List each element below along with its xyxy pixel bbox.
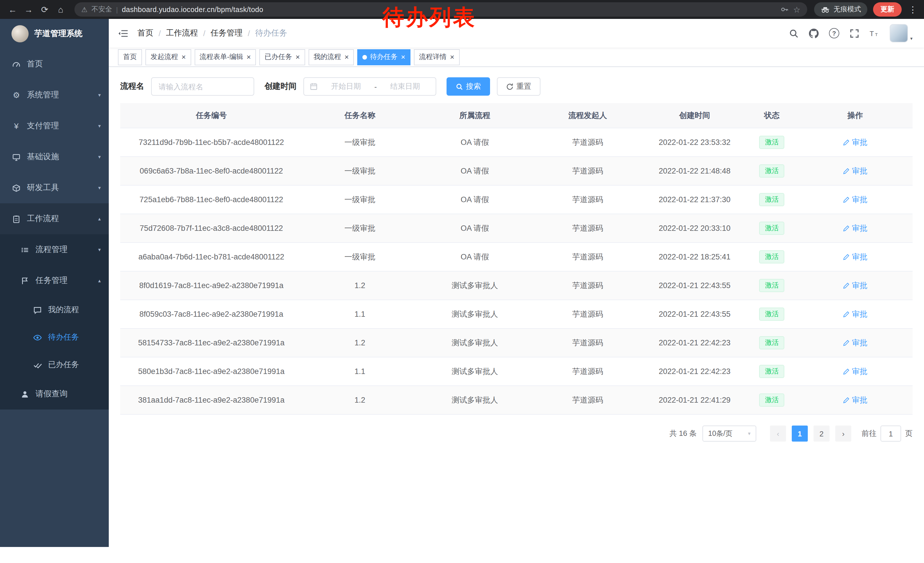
approve-link[interactable]: 审批 — [843, 252, 867, 262]
sidebar-item-todo-task[interactable]: 待办任务 — [0, 324, 109, 351]
page-size-select[interactable]: 10条/页 ▾ — [702, 426, 756, 441]
search-icon[interactable] — [789, 29, 799, 38]
approve-link[interactable]: 审批 — [843, 194, 867, 205]
tab-label: 流程详情 — [419, 52, 447, 62]
cell-initiator: 芋道源码 — [532, 271, 643, 300]
approve-link[interactable]: 审批 — [843, 166, 867, 176]
breadcrumb-task-mgmt[interactable]: 任务管理 — [211, 28, 243, 38]
sidebar-item-payment[interactable]: ¥ 支付管理 ▾ — [0, 111, 109, 141]
sidebar-item-label: 待办任务 — [48, 332, 79, 342]
close-icon[interactable]: × — [344, 53, 349, 61]
github-icon[interactable] — [809, 29, 819, 38]
close-icon[interactable]: × — [246, 53, 251, 61]
reset-button[interactable]: 重置 — [497, 77, 540, 96]
sidebar-item-infrastructure[interactable]: 基础设施 ▾ — [0, 141, 109, 173]
forward-icon[interactable]: → — [22, 3, 36, 17]
breadcrumb-home[interactable]: 首页 — [137, 28, 153, 38]
approve-link[interactable]: 审批 — [843, 309, 867, 319]
tab[interactable]: 首页 × — [118, 49, 142, 65]
avatar-image — [890, 24, 908, 42]
sidebar-item-home[interactable]: 首页 — [0, 49, 109, 80]
task-table-wrap: 任务编号 任务名称 所属流程 流程发起人 创建时间 状态 操作 73211d9d… — [109, 103, 924, 415]
breadcrumb-workflow[interactable]: 工作流程 — [166, 28, 198, 38]
tab[interactable]: 已办任务 × — [260, 49, 305, 65]
cell-process: OA 请假 — [417, 243, 532, 271]
sidebar-item-leave-query[interactable]: 请假查询 — [0, 378, 109, 410]
prev-page-button[interactable]: ‹ — [770, 426, 786, 441]
sidebar-item-label: 首页 — [27, 59, 43, 69]
update-button[interactable]: 更新 — [873, 2, 902, 17]
status-badge: 激活 — [759, 279, 784, 292]
page-button-1[interactable]: 1 — [792, 426, 808, 441]
sidebar-item-label: 系统管理 — [27, 90, 59, 100]
sidebar-collapse-icon[interactable] — [118, 29, 128, 38]
close-icon[interactable]: × — [400, 53, 405, 61]
close-icon[interactable]: × — [295, 53, 300, 61]
page-button-2[interactable]: 2 — [813, 426, 830, 441]
address-bar[interactable]: ⚠ 不安全 | dashboard.yudao.iocoder.cn/bpm/t… — [74, 2, 807, 17]
home-icon[interactable]: ⌂ — [54, 3, 68, 17]
help-icon[interactable]: ? — [829, 28, 839, 38]
sidebar-item-label: 工作流程 — [27, 214, 59, 224]
task-table: 任务编号 任务名称 所属流程 流程发起人 创建时间 状态 操作 73211d9d… — [120, 103, 912, 415]
cell-status: 激活 — [746, 128, 798, 157]
tab[interactable]: 发起流程 × — [146, 49, 191, 65]
cell-initiator: 芋道源码 — [532, 214, 643, 243]
font-size-icon[interactable]: TT — [870, 29, 879, 38]
approve-link[interactable]: 审批 — [843, 280, 867, 291]
cell-process: 测试多审批人 — [417, 357, 532, 386]
fullscreen-icon[interactable] — [850, 29, 859, 38]
close-icon[interactable]: × — [181, 53, 186, 61]
cell-created-time: 2022-01-21 22:42:23 — [643, 329, 746, 357]
clipboard-icon — [12, 215, 21, 223]
tab[interactable]: 流程表单-编辑 × — [194, 49, 256, 65]
cell-task-id: a6aba0a4-7b6d-11ec-b781-acde48001122 — [120, 243, 303, 271]
tab[interactable]: 我的流程 × — [309, 49, 354, 65]
status-badge: 激活 — [759, 393, 784, 407]
process-name-input[interactable] — [151, 77, 254, 96]
yen-icon: ¥ — [12, 122, 21, 130]
sidebar-item-process-mgmt[interactable]: 流程管理 ▾ — [0, 234, 109, 265]
breadcrumb-separator: / — [248, 29, 250, 38]
date-range-picker[interactable]: 开始日期 - 结束日期 — [303, 77, 436, 96]
sidebar-item-devtools[interactable]: 研发工具 ▾ — [0, 173, 109, 203]
cell-status: 激活 — [746, 243, 798, 271]
cell-status: 激活 — [746, 185, 798, 214]
search-button[interactable]: 搜索 — [447, 77, 490, 96]
bookmark-star-icon[interactable]: ☆ — [793, 5, 800, 14]
close-icon[interactable]: × — [449, 53, 454, 61]
tab[interactable]: 待办任务 × — [357, 49, 411, 65]
url-separator: | — [116, 6, 118, 14]
sidebar-item-task-mgmt[interactable]: 任务管理 ▴ — [0, 265, 109, 296]
password-key-icon[interactable] — [781, 5, 789, 14]
sidebar-item-done-task[interactable]: 已办任务 — [0, 351, 109, 378]
browser-menu-icon[interactable]: ⋮ — [908, 4, 918, 15]
cell-task-name: 1.2 — [303, 386, 417, 414]
tab[interactable]: 流程详情 × — [414, 49, 459, 65]
back-icon[interactable]: ← — [6, 3, 20, 17]
tab-bar: 首页 × 发起流程 × 流程表单-编辑 × 已办任务 × 我的流程 — [109, 48, 924, 67]
user-avatar[interactable]: ▾ — [890, 24, 912, 42]
sidebar-item-workflow[interactable]: 工作流程 ▴ — [0, 203, 109, 234]
approve-link[interactable]: 审批 — [843, 137, 867, 147]
next-page-button[interactable]: › — [835, 426, 851, 441]
approve-link[interactable]: 审批 — [843, 338, 867, 348]
sidebar-item-label: 基础设施 — [27, 152, 59, 162]
cell-task-id: 069c6a63-7b8a-11ec-8ef0-acde48001122 — [120, 157, 303, 185]
cell-process: OA 请假 — [417, 128, 532, 157]
approve-link[interactable]: 审批 — [843, 223, 867, 233]
eye-icon — [33, 333, 42, 342]
goto-page-input[interactable] — [880, 426, 901, 441]
refresh-icon[interactable]: ⟳ — [38, 3, 51, 17]
sidebar-item-my-process[interactable]: 我的流程 — [0, 296, 109, 324]
end-date-placeholder: 结束日期 — [380, 81, 430, 92]
approve-link[interactable]: 审批 — [843, 366, 867, 377]
table-row: 73211d9d-7b9b-11ec-b5b7-acde48001122 一级审… — [120, 128, 912, 157]
svg-text:T: T — [870, 30, 874, 37]
sidebar-item-label: 请假查询 — [36, 389, 68, 399]
sidebar-item-system[interactable]: ⚙ 系统管理 ▾ — [0, 80, 109, 111]
cell-process: OA 请假 — [417, 214, 532, 243]
cell-process: 测试多审批人 — [417, 300, 532, 329]
approve-link[interactable]: 审批 — [843, 395, 867, 405]
breadcrumb-separator: / — [159, 29, 161, 38]
